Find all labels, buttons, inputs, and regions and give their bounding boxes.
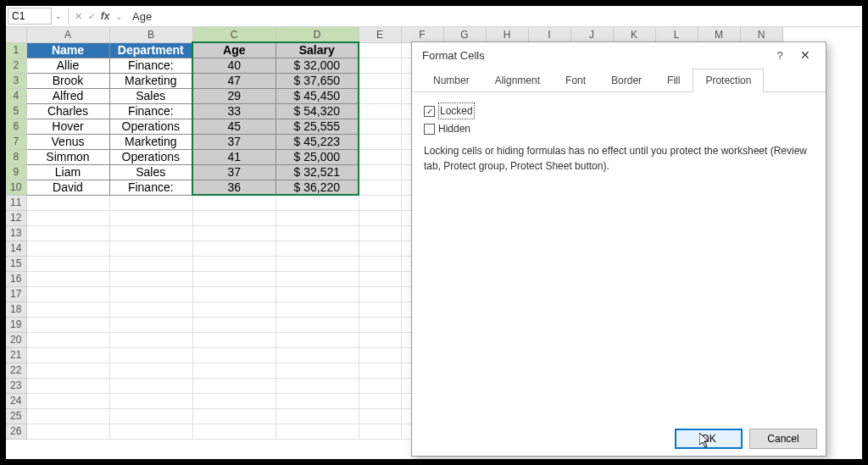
col-header-B[interactable]: B (109, 27, 192, 42)
row-header[interactable]: 22 (6, 363, 26, 378)
cell[interactable]: Age (192, 42, 275, 58)
select-all-corner[interactable] (6, 27, 26, 42)
cell[interactable] (109, 347, 192, 363)
cell[interactable] (359, 408, 401, 423)
cell[interactable]: Liam (26, 164, 109, 180)
cell[interactable] (192, 363, 275, 378)
col-header-A[interactable]: A (26, 27, 109, 42)
cell[interactable] (359, 42, 401, 58)
cell[interactable] (275, 408, 359, 423)
dialog-help-button[interactable]: ? (768, 49, 792, 62)
cell[interactable] (359, 378, 401, 393)
row-header[interactable]: 9 (6, 164, 26, 180)
cell[interactable] (275, 378, 359, 393)
dialog-close-button[interactable]: ✕ (792, 48, 819, 62)
cell[interactable]: $ 37,650 (275, 73, 359, 88)
col-header-D[interactable]: D (275, 27, 359, 42)
cell[interactable] (26, 317, 109, 332)
tab-number[interactable]: Number (420, 69, 482, 92)
fb-dropdown-icon[interactable]: ⌄ (112, 8, 125, 24)
cell[interactable]: $ 45,450 (275, 88, 359, 103)
row-header[interactable]: 2 (6, 58, 26, 73)
hidden-checkbox[interactable] (424, 124, 435, 135)
cell[interactable] (359, 164, 401, 180)
cell[interactable]: Operations (109, 149, 192, 164)
col-header-N[interactable]: N (740, 27, 782, 42)
cell[interactable]: Brook (26, 73, 109, 88)
cell[interactable] (109, 241, 192, 256)
cell[interactable] (275, 393, 359, 408)
col-header-K[interactable]: K (613, 27, 655, 42)
cell[interactable] (359, 225, 401, 241)
name-box-dropdown-icon[interactable]: ⌄ (52, 12, 65, 20)
cell[interactable] (109, 210, 192, 225)
cell[interactable] (26, 408, 109, 423)
cell[interactable] (192, 225, 275, 241)
cell[interactable] (192, 332, 275, 347)
cell[interactable] (26, 225, 109, 241)
col-header-F[interactable]: F (401, 27, 443, 42)
cell[interactable]: $ 25,000 (275, 149, 359, 164)
row-header[interactable]: 21 (6, 347, 26, 363)
cell[interactable] (275, 347, 359, 363)
cell[interactable] (26, 332, 109, 347)
cell[interactable]: 29 (192, 88, 275, 103)
cell[interactable] (359, 347, 401, 363)
cell[interactable] (275, 332, 359, 347)
cell[interactable]: Allie (26, 58, 109, 73)
cell[interactable] (275, 210, 359, 225)
cell[interactable] (275, 286, 359, 302)
name-box[interactable]: C1 (8, 8, 52, 25)
cell[interactable] (275, 195, 359, 210)
formula-input[interactable]: Age (125, 10, 862, 23)
cell[interactable]: David (26, 180, 109, 195)
col-header-C[interactable]: C (192, 27, 275, 42)
cell[interactable] (275, 225, 359, 241)
cell[interactable] (359, 332, 401, 347)
cell[interactable]: Department (109, 42, 192, 58)
cell[interactable]: Operations (109, 119, 192, 134)
cell[interactable]: Simmon (26, 149, 109, 164)
cell[interactable]: 40 (192, 58, 275, 73)
cell[interactable] (192, 423, 275, 439)
row-header[interactable]: 16 (6, 271, 26, 286)
cell[interactable] (109, 256, 192, 271)
cell[interactable] (359, 423, 401, 439)
cell[interactable] (192, 210, 275, 225)
cell[interactable] (359, 195, 401, 210)
cell[interactable] (192, 378, 275, 393)
cell[interactable] (359, 119, 401, 134)
cell[interactable] (359, 134, 401, 149)
cell[interactable]: Sales (109, 164, 192, 180)
col-header-E[interactable]: E (359, 27, 401, 42)
row-header[interactable]: 1 (6, 42, 26, 58)
cell[interactable] (359, 210, 401, 225)
row-header[interactable]: 19 (6, 317, 26, 332)
cell[interactable] (109, 363, 192, 378)
cell[interactable] (192, 286, 275, 302)
cell[interactable] (275, 302, 359, 317)
cell[interactable]: Venus (26, 134, 109, 149)
cell[interactable] (26, 347, 109, 363)
cell[interactable] (192, 195, 275, 210)
cell[interactable] (359, 393, 401, 408)
cell[interactable] (192, 256, 275, 271)
row-header[interactable]: 5 (6, 103, 26, 119)
row-header[interactable]: 4 (6, 88, 26, 103)
cell[interactable] (26, 363, 109, 378)
cell[interactable]: Hover (26, 119, 109, 134)
tab-alignment[interactable]: Alignment (482, 69, 553, 92)
cell[interactable] (275, 271, 359, 286)
cell[interactable]: 45 (192, 119, 275, 134)
cell[interactable]: Marketing (109, 134, 192, 149)
cell[interactable] (359, 286, 401, 302)
cell[interactable]: $ 25,555 (275, 119, 359, 134)
cell[interactable] (359, 363, 401, 378)
cell[interactable] (26, 241, 109, 256)
cell[interactable] (275, 256, 359, 271)
row-header[interactable]: 23 (6, 378, 26, 393)
cell[interactable]: Name (26, 42, 109, 58)
cell[interactable] (192, 393, 275, 408)
cell[interactable] (109, 195, 192, 210)
cell[interactable] (359, 103, 401, 119)
